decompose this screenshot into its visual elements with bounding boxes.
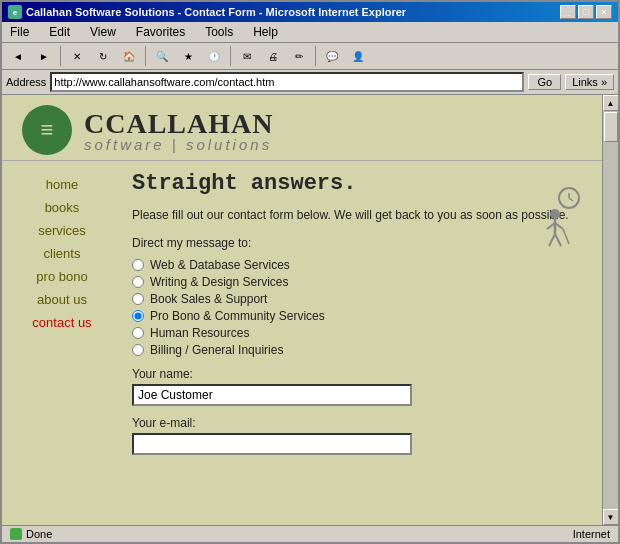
print-button[interactable]: 🖨 [261, 45, 285, 67]
radio-writing-design-label: Writing & Design Services [150, 275, 289, 289]
status-text: Done [26, 528, 52, 540]
vertical-scrollbar: ▲ ▼ [602, 95, 618, 525]
home-button[interactable]: 🏠 [117, 45, 141, 67]
status-icon [10, 528, 22, 540]
links-button[interactable]: Links » [565, 74, 614, 90]
status-left: Done [10, 528, 52, 540]
discuss-button[interactable]: 💬 [320, 45, 344, 67]
svg-line-2 [569, 198, 573, 201]
history-button[interactable]: 🕐 [202, 45, 226, 67]
radio-group: Web & Database Services Writing & Design… [132, 258, 582, 357]
toolbar: ◄ ► ✕ ↻ 🏠 🔍 ★ 🕐 ✉ 🖨 ✏ 💬 👤 [2, 43, 618, 70]
radio-billing[interactable]: Billing / General Inquiries [132, 343, 582, 357]
nav-services[interactable]: services [2, 219, 122, 242]
edit-button[interactable]: ✏ [287, 45, 311, 67]
radio-web-database-input[interactable] [132, 259, 144, 271]
browser-window: e Callahan Software Solutions - Contact … [0, 0, 620, 544]
address-label: Address [6, 76, 46, 88]
status-bar: Done Internet [2, 525, 618, 542]
radio-pro-bono-label: Pro Bono & Community Services [150, 309, 325, 323]
email-input[interactable] [132, 433, 412, 455]
menu-file[interactable]: File [6, 24, 33, 40]
links-label: Links » [572, 76, 607, 88]
nav-about-us[interactable]: about us [2, 288, 122, 311]
sidebar: home books services clients pro bono abo… [2, 161, 122, 475]
window-title: Callahan Software Solutions - Contact Fo… [26, 6, 406, 18]
radio-writing-design-input[interactable] [132, 276, 144, 288]
maximize-button[interactable]: □ [578, 5, 594, 19]
page-body: Straight answers. Please fill out our co… [122, 161, 602, 475]
close-button[interactable]: × [596, 5, 612, 19]
intro-text: Please fill out our contact form below. … [132, 206, 582, 224]
name-field: Your name: [132, 367, 582, 406]
svg-point-3 [550, 209, 560, 219]
toolbar-separator-1 [60, 46, 61, 66]
mail-button[interactable]: ✉ [235, 45, 259, 67]
radio-writing-design[interactable]: Writing & Design Services [132, 275, 582, 289]
go-label: Go [537, 76, 552, 88]
company-name-block: CCALLAHAN software | solutions [84, 108, 273, 153]
back-button[interactable]: ◄ [6, 45, 30, 67]
radio-human-resources[interactable]: Human Resources [132, 326, 582, 340]
title-bar: e Callahan Software Solutions - Contact … [2, 2, 618, 22]
menu-edit[interactable]: Edit [45, 24, 74, 40]
menu-tools[interactable]: Tools [201, 24, 237, 40]
address-input[interactable] [50, 72, 524, 92]
radio-web-database[interactable]: Web & Database Services [132, 258, 582, 272]
company-logo: ≡ [22, 105, 72, 155]
logo-symbol: ≡ [41, 117, 54, 143]
scroll-track[interactable] [603, 111, 619, 509]
radio-human-resources-label: Human Resources [150, 326, 249, 340]
scroll-thumb[interactable] [604, 112, 618, 142]
page-heading: Straight answers. [132, 171, 582, 196]
radio-book-sales[interactable]: Book Sales & Support [132, 292, 582, 306]
nav-pro-bono[interactable]: pro bono [2, 265, 122, 288]
title-bar-left: e Callahan Software Solutions - Contact … [8, 5, 406, 19]
title-bar-buttons: _ □ × [560, 5, 612, 19]
direct-message-label: Direct my message to: [132, 236, 582, 250]
radio-human-resources-input[interactable] [132, 327, 144, 339]
menu-bar: File Edit View Favorites Tools Help [2, 22, 618, 43]
status-right: Internet [573, 528, 610, 540]
radio-billing-label: Billing / General Inquiries [150, 343, 283, 357]
ie-icon: e [8, 5, 22, 19]
radio-book-sales-input[interactable] [132, 293, 144, 305]
messenger-button[interactable]: 👤 [346, 45, 370, 67]
page-content: ≡ CCALLAHAN software | solutions home bo… [2, 95, 602, 525]
toolbar-separator-4 [315, 46, 316, 66]
nav-clients[interactable]: clients [2, 242, 122, 265]
address-bar: Address Go Links » [2, 70, 618, 95]
search-button[interactable]: 🔍 [150, 45, 174, 67]
nav-books[interactable]: books [2, 196, 122, 219]
zone-text: Internet [573, 528, 610, 540]
scroll-down-button[interactable]: ▼ [603, 509, 619, 525]
radio-book-sales-label: Book Sales & Support [150, 292, 267, 306]
menu-view[interactable]: View [86, 24, 120, 40]
forward-button[interactable]: ► [32, 45, 56, 67]
minimize-button[interactable]: _ [560, 5, 576, 19]
refresh-button[interactable]: ↻ [91, 45, 115, 67]
content-area: ≡ CCALLAHAN software | solutions home bo… [2, 95, 618, 525]
email-label: Your e-mail: [132, 416, 582, 430]
company-name-sub: software | solutions [84, 136, 273, 153]
nav-home[interactable]: home [2, 173, 122, 196]
go-button[interactable]: Go [528, 74, 561, 90]
main-layout: home books services clients pro bono abo… [2, 161, 602, 475]
site-header: ≡ CCALLAHAN software | solutions [2, 95, 602, 161]
radio-web-database-label: Web & Database Services [150, 258, 290, 272]
email-field: Your e-mail: [132, 416, 582, 455]
nav-contact-us[interactable]: contact us [2, 311, 122, 334]
menu-help[interactable]: Help [249, 24, 282, 40]
radio-billing-input[interactable] [132, 344, 144, 356]
radio-pro-bono-input[interactable] [132, 310, 144, 322]
menu-favorites[interactable]: Favorites [132, 24, 189, 40]
name-input[interactable] [132, 384, 412, 406]
toolbar-separator-2 [145, 46, 146, 66]
scroll-up-button[interactable]: ▲ [603, 95, 619, 111]
toolbar-separator-3 [230, 46, 231, 66]
name-label: Your name: [132, 367, 582, 381]
contact-form: Direct my message to: Web & Database Ser… [132, 236, 582, 455]
radio-pro-bono[interactable]: Pro Bono & Community Services [132, 309, 582, 323]
favorites-button[interactable]: ★ [176, 45, 200, 67]
stop-button[interactable]: ✕ [65, 45, 89, 67]
